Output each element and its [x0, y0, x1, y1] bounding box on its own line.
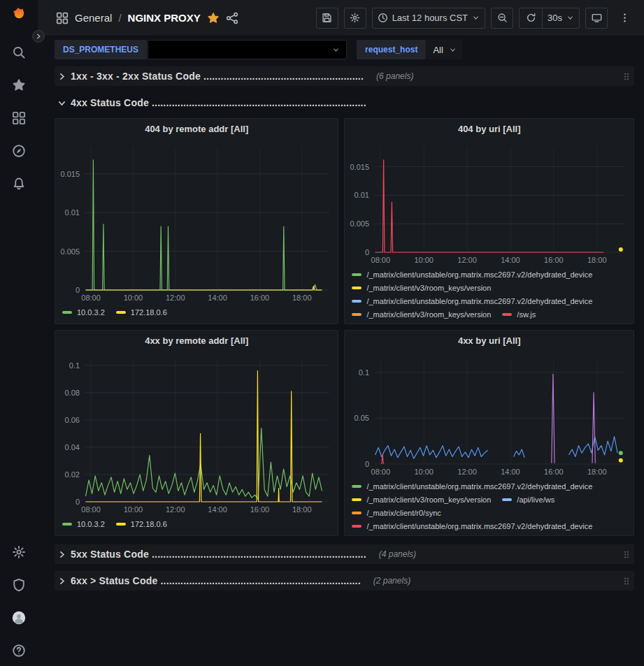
breadcrumb-section[interactable]: General — [75, 12, 112, 24]
tv-mode-button[interactable] — [585, 8, 608, 29]
row-panel-count: (6 panels) — [376, 71, 413, 81]
legend-item[interactable]: 172.18.0.6 — [116, 518, 167, 530]
dashboard-settings-button[interactable] — [344, 8, 366, 29]
legend-item[interactable]: /_matrix/client/v3/room_keys/version — [352, 493, 491, 506]
row-panel-count: (2 panels) — [373, 576, 410, 586]
chevron-down-icon — [332, 46, 340, 54]
row-panel-count: (4 panels) — [379, 549, 416, 559]
row-1xx-3xx-2xx-status-code[interactable]: 1xx - 3xx - 2xx Status Code ............… — [55, 66, 634, 86]
configuration-gear-icon[interactable] — [12, 545, 26, 559]
dashboards-icon[interactable] — [12, 111, 26, 125]
panel-4xx-by-remote-addr: 4xx by remote addr [All] 08:0010:0012:00… — [55, 330, 338, 536]
svg-text:16:00: 16:00 — [545, 468, 564, 476]
legend: /_matrix/client/unstable/org.matrix.msc2… — [345, 266, 634, 324]
svg-text:14:00: 14:00 — [501, 256, 521, 264]
svg-text:18:00: 18:00 — [292, 505, 312, 514]
legend-item[interactable]: /_matrix/client/unstable/org.matrix.msc2… — [352, 520, 592, 533]
legend-item[interactable]: /_matrix/client/unstable/org.matrix.msc2… — [352, 268, 592, 281]
time-range-picker[interactable]: Last 12 hours CST — [372, 8, 485, 29]
zoom-out-icon — [497, 13, 508, 23]
refresh-interval-dropdown[interactable]: 30s — [542, 8, 579, 28]
svg-text:0.015: 0.015 — [60, 170, 80, 178]
grafana-logo-icon[interactable] — [12, 7, 26, 21]
svg-text:16:00: 16:00 — [545, 256, 564, 264]
legend-item[interactable]: 10.0.3.2 — [62, 306, 105, 319]
legend-item[interactable]: /_matrix/client/v3/room_keys/version — [352, 308, 491, 321]
starred-dashboards-icon[interactable] — [12, 78, 26, 92]
variable-value-datasource-dropdown[interactable] — [148, 40, 347, 59]
legend-item[interactable]: 10.0.3.2 — [62, 518, 105, 530]
legend-item[interactable]: /_matrix/client/unstable/org.matrix.msc2… — [352, 480, 592, 493]
kebab-menu-button[interactable] — [613, 8, 636, 29]
row-4xx-status-code[interactable]: 4xx Status Code ........................… — [55, 93, 634, 113]
user-avatar[interactable] — [12, 611, 26, 625]
share-icon[interactable] — [226, 12, 238, 24]
legend-item[interactable]: /_matrix/client/v3/room_keys/version — [352, 282, 491, 294]
favorite-star-icon[interactable] — [207, 12, 220, 24]
row-title: 5xx Status Code ........................… — [71, 549, 366, 560]
variable-label-request-host[interactable]: request_host — [357, 40, 426, 59]
svg-text:18:00: 18:00 — [292, 294, 312, 302]
monitor-icon — [592, 13, 602, 23]
zoom-out-time-button[interactable] — [491, 8, 513, 29]
svg-text:0.015: 0.015 — [350, 163, 370, 171]
svg-text:0: 0 — [365, 460, 369, 468]
legend-item[interactable]: /_matrix/client/unstable/org.matrix.msc2… — [352, 295, 592, 307]
svg-text:0.06: 0.06 — [65, 416, 80, 424]
svg-text:0: 0 — [365, 248, 369, 256]
drag-handle-icon[interactable] — [623, 576, 630, 586]
timeseries-plot: 08:0010:0012:0014:0016:0018:0000.050.1 — [345, 352, 634, 478]
panel-title[interactable]: 4xx by uri [All] — [345, 331, 634, 352]
variable-label-datasource[interactable]: DS_PROMETHEUS — [55, 40, 147, 59]
save-dashboard-button[interactable] — [316, 8, 338, 29]
svg-text:0.05: 0.05 — [355, 414, 369, 422]
legend-item[interactable]: /_matrix/client/r0/sync — [352, 507, 441, 519]
variable-value-request-host-dropdown[interactable]: All — [427, 40, 462, 59]
sidebar-expand-button[interactable] — [32, 30, 45, 43]
svg-text:0.01: 0.01 — [65, 208, 80, 217]
drag-handle-icon[interactable] — [623, 549, 630, 560]
row-5xx-status-code[interactable]: 5xx Status Code ........................… — [55, 544, 634, 564]
legend: /_matrix/client/unstable/org.matrix.msc2… — [345, 478, 634, 535]
panel-title[interactable]: 404 by uri [All] — [345, 119, 634, 140]
svg-text:0.1: 0.1 — [69, 361, 80, 370]
server-admin-shield-icon[interactable] — [12, 578, 26, 592]
help-icon[interactable] — [12, 644, 26, 658]
svg-text:18:00: 18:00 — [587, 468, 607, 476]
svg-text:0: 0 — [76, 498, 80, 506]
svg-text:0.005: 0.005 — [60, 247, 80, 256]
chevron-down-icon — [472, 14, 480, 22]
explore-icon[interactable] — [12, 144, 26, 158]
search-icon[interactable] — [12, 45, 26, 59]
row-6xx-status-code[interactable]: 6xx > Status Code ......................… — [55, 571, 634, 591]
panel-title[interactable]: 4xx by remote addr [All] — [55, 331, 338, 352]
chevron-down-icon — [566, 14, 574, 22]
svg-text:16:00: 16:00 — [250, 294, 270, 302]
svg-text:0.02: 0.02 — [65, 470, 80, 479]
legend-item[interactable]: /sw.js — [502, 308, 536, 321]
alerting-icon[interactable] — [12, 177, 26, 191]
legend-item[interactable]: /api/live/ws — [502, 493, 554, 506]
apps-grid-icon[interactable] — [56, 12, 69, 24]
svg-text:12:00: 12:00 — [166, 294, 185, 302]
timeseries-plot: 08:0010:0012:0014:0016:0018:0000.0050.01… — [345, 140, 634, 266]
svg-text:12:00: 12:00 — [166, 505, 185, 514]
chevron-right-icon — [57, 577, 66, 586]
chevron-down-icon — [449, 46, 457, 54]
panel-row-1: 404 by remote addr [All] 08:0010:0012:00… — [55, 118, 634, 324]
row-title: 1xx - 3xx - 2xx Status Code ............… — [71, 71, 364, 82]
drag-handle-icon[interactable] — [623, 71, 630, 82]
svg-text:0.04: 0.04 — [65, 443, 80, 451]
dashboard-title[interactable]: NGINX PROXY — [128, 12, 201, 24]
svg-text:10:00: 10:00 — [124, 505, 143, 514]
svg-text:10:00: 10:00 — [415, 256, 434, 264]
legend-item[interactable]: 172.18.0.6 — [116, 306, 167, 319]
refresh-icon — [526, 13, 536, 23]
refresh-button[interactable] — [520, 8, 542, 28]
panel-404-by-uri: 404 by uri [All] 08:0010:0012:0014:0016:… — [344, 118, 634, 324]
panel-title[interactable]: 404 by remote addr [All] — [55, 119, 338, 140]
svg-text:10:00: 10:00 — [124, 294, 143, 302]
dashboard-content: 1xx - 3xx - 2xx Status Code ............… — [38, 63, 644, 666]
clock-icon — [378, 13, 388, 23]
legend: 10.0.3.2172.18.0.6 — [55, 304, 338, 324]
